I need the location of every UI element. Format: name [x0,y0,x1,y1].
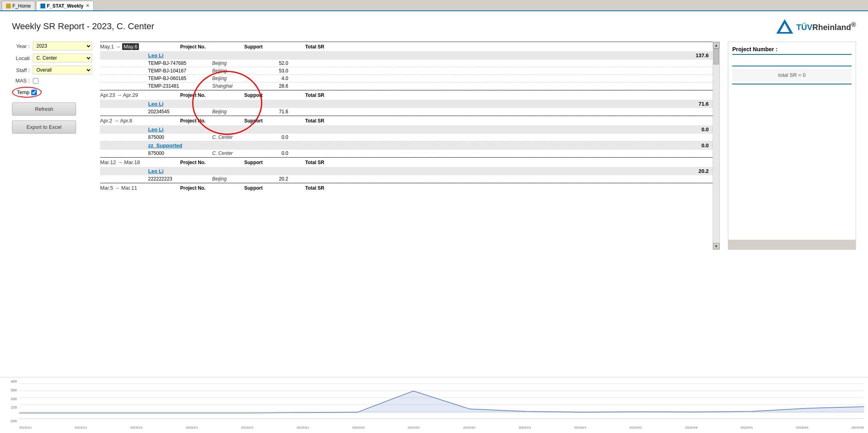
data-project-2-1-0: 875000 [148,150,212,156]
page-title: Weekly SR Report - 2023, C. Center [12,21,154,32]
y-label-200: 200 [11,397,17,401]
scroll-down-button[interactable]: ▼ [713,243,719,249]
chart-y-labels: 400 300 200 100 -100 [4,379,18,423]
col-total-header-3: Total SR [292,160,324,165]
tab-f-home-label: F_Home [12,3,31,9]
data-row-0-0-1: TEMP-BJ-104167 Beijing 53.0 [100,67,713,75]
tab-f-stat-weekly[interactable]: F_STAT_Weekly ✕ [36,1,94,10]
data-row-0-0-3: TEMP-231481 Shanghai 28.6 [100,82,713,90]
data-total-0-0-3: 28.6 [260,83,292,89]
week-header-0: May.1 → May.6 Project No. Support Total … [100,42,713,51]
location-select[interactable]: C. Center [33,54,92,62]
week-range-2: Apr.2 → Apr.8 [100,118,164,124]
data-support-3-0-0: Beijing [212,176,260,182]
scroll-track[interactable] [713,48,719,243]
logo-triangle-icon [776,19,793,34]
scroll-up-button[interactable]: ▲ [713,42,719,48]
x-label-5: 2023/3/1 [297,426,309,429]
data-project-1-0-0: 20234545 [148,109,212,114]
weekly-table[interactable]: May.1 → May.6 Project No. Support Total … [100,42,713,250]
x-label-6: 2023/3/4 [352,426,364,429]
week-range: Apr.2 → Apr.8 [100,118,132,124]
week-range: Mar.12 → Mar.18 [100,159,140,165]
col-support-header-2: Support [244,118,292,124]
data-support-0-0-2: Beijing [212,76,260,81]
x-label-13: 2023/4/1 [741,426,753,429]
week-range-3: Mar.12 → Mar.18 [100,159,164,165]
data-support-0-0-0: Beijing [212,60,260,66]
logo-text: TÜVRheinland® [796,21,856,32]
x-label-15: 2023/5/6 [852,426,864,429]
data-support-0-0-1: Beijing [212,68,260,74]
refresh-button[interactable]: Refresh [12,102,76,116]
col-support-header-0: Support [244,44,292,50]
export-button[interactable]: Export to Excel [12,120,76,134]
tab-f-home[interactable]: F_Home [2,1,35,10]
week-section-0: May.1 → May.6 Project No. Support Total … [100,42,713,90]
col-project-header-2: Project No. [180,118,244,124]
person-name-3-0[interactable]: Leo Li [148,168,633,174]
week-header-1: Apr.23 → Apr.29 Project No. Support Tota… [100,90,713,100]
col-headers-3: Project No. Support Total SR [180,160,713,165]
data-support-1-0-0: Beijing [212,109,260,114]
data-row-0-0-2: TEMP-BJ-060185 Beijing 4.0 [100,75,713,82]
temp-circle: Temp [12,87,42,98]
left-panel: Year : 2023 Locati C. Center Staff : Ove… [12,42,92,250]
chart-container: 400 300 200 100 -100 [4,379,864,431]
location-label: Locati [12,55,31,61]
week-range-0: May.1 → May.6 [100,44,164,50]
week-range-start: May.1 → [100,44,122,50]
person-row-0-0: Leo Li 137.6 [100,51,713,60]
person-name-0-0[interactable]: Leo Li [148,52,633,58]
data-row-3-0-0: 222222223 Beijing 20.2 [100,175,713,183]
col-total-header-1: Total SR [292,92,324,98]
middle-area: May.1 → May.6 Project No. Support Total … [100,42,720,250]
staff-select[interactable]: Overall [33,66,92,74]
col-support-header-3: Support [244,160,292,165]
week-section-4: Mar.5 → Mar.11 Project No. Support Total… [100,183,713,192]
x-label-11: 2023/4/1 [629,426,642,429]
mas-checkbox[interactable] [33,78,38,84]
y-label-400: 400 [11,379,17,383]
project-number-input[interactable] [732,58,852,66]
scroll-thumb[interactable] [713,48,719,64]
y-label-300: 300 [11,388,17,392]
person-row-1-0: Leo Li 71.6 [100,100,713,108]
chart-area: 400 300 200 100 -100 [0,377,868,433]
scrollbar[interactable]: ▲ ▼ [713,42,720,250]
person-name-1-0[interactable]: Leo Li [148,101,633,107]
person-name-2-1[interactable]: zz_Supported [148,142,633,148]
chart-x-labels: 2023/1/12023/1/12023/1/12023/2/12023/2/1… [19,424,864,431]
week-range: Mar.5 → Mar.11 [100,185,137,191]
x-label-12: 2023/4/8 [685,426,697,429]
col-headers-1: Project No. Support Total SR [180,92,713,98]
tab-f-stat-weekly-label: F_STAT_Weekly [47,3,83,9]
data-project-2-0-0: 875000 [148,134,212,140]
person-total-0-0: 137.6 [681,52,713,58]
data-total-0-0-2: 4.0 [260,76,292,81]
mas-field-row: MAS : [12,78,92,84]
col-project-header-3: Project No. [180,160,244,165]
year-label: Year : [12,43,31,49]
col-project-header-4: Project No. [180,185,244,191]
data-row-1-0-0: 20234545 Beijing 71.6 [100,108,713,116]
col-support-header-4: Support [244,185,292,191]
year-select[interactable]: 2023 [33,42,92,50]
chart-svg [19,379,864,423]
col-project-header-1: Project No. [180,92,244,98]
col-total-header-2: Total SR [292,118,324,124]
x-label-10: 2023/4/1 [574,426,587,429]
x-label-14: 2023/4/4 [796,426,808,429]
data-row-2-0-0: 875000 C. Center 0.0 [100,134,713,141]
logo-area: TÜVRheinland® [776,19,856,34]
person-name-2-0[interactable]: Leo Li [148,126,633,132]
mas-label: MAS : [12,78,31,84]
x-label-0: 2023/1/1 [19,426,32,429]
person-total-3-0: 20.2 [681,168,713,174]
data-total-3-0-0: 20.2 [260,176,292,182]
x-label-9: 2023/3/1 [518,426,531,429]
col-project-header-0: Project No. [180,44,244,50]
col-support-header-1: Support [244,92,292,98]
temp-checkbox[interactable] [31,90,37,95]
tab-close-icon[interactable]: ✕ [86,3,89,8]
